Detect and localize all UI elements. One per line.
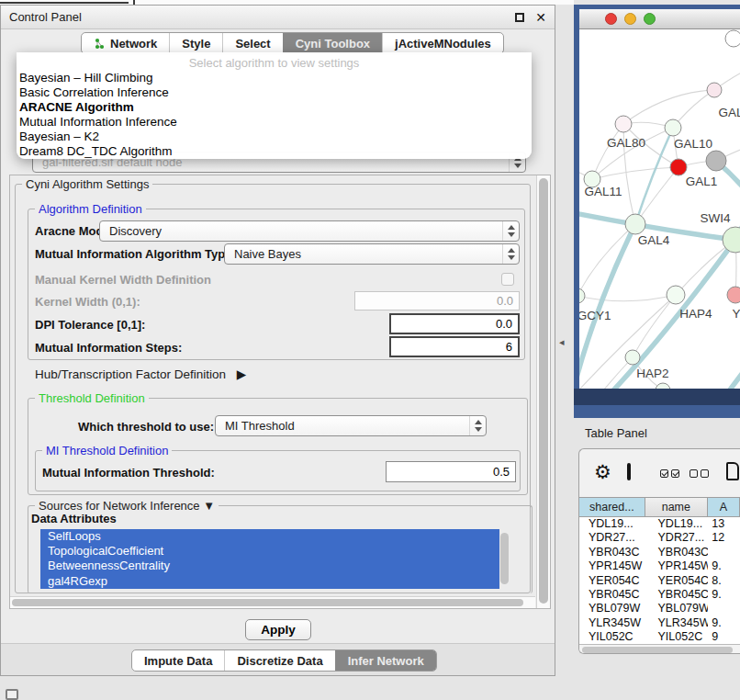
algorithm-popup: Select algorithm to view settings Bayesi… — [17, 52, 532, 159]
mac-zoom-button[interactable] — [644, 13, 656, 25]
tab-style[interactable]: Style — [169, 33, 222, 53]
close-icon[interactable]: ✕ — [535, 10, 546, 25]
divider-collapse-icon[interactable]: ◂ — [559, 336, 565, 348]
mi-steps-input[interactable] — [389, 336, 520, 357]
tab-impute-data[interactable]: Impute Data — [132, 650, 224, 671]
mac-minimize-button[interactable] — [624, 13, 636, 25]
network-edge[interactable] — [579, 295, 676, 301]
mi-type-value: Naive Bayes — [234, 247, 301, 261]
table-cell: YDR27... — [645, 531, 709, 545]
tab-infer-network[interactable]: Infer Network — [335, 650, 436, 671]
column-header-shared[interactable]: shared... — [579, 498, 645, 516]
unchecked-boxes-icon[interactable] — [690, 469, 709, 478]
hub-expander[interactable]: Hub/Transcription Factor Definition ▶ — [35, 367, 246, 381]
tab-network[interactable]: Network — [82, 33, 169, 53]
network-node-gal4[interactable] — [625, 214, 645, 234]
which-threshold-select[interactable]: MI Threshold — [215, 415, 487, 436]
network-edge[interactable] — [592, 124, 623, 179]
expand-arrow-icon: ▶ — [237, 367, 246, 381]
algorithm-option-aracne-algorithm[interactable]: ARACNE Algorithm — [17, 100, 532, 115]
tab-label: Network — [110, 37, 157, 51]
collapse-arrow-icon[interactable]: ▼ — [203, 499, 215, 513]
network-node-red[interactable] — [670, 159, 687, 175]
table-row[interactable]: YDR27...YDR27...12 — [579, 531, 740, 545]
network-node-gray[interactable] — [706, 151, 726, 171]
table-cell: YBR045C — [645, 588, 709, 602]
table-panel-title: Table Panel — [585, 426, 647, 440]
apply-button[interactable]: Apply — [245, 619, 311, 640]
control-panel-titlebar: Control Panel ✕ — [1, 6, 555, 29]
manual-kernel-checkbox[interactable] — [501, 273, 514, 286]
network-node-gal10[interactable] — [665, 119, 681, 136]
table-panel: ⚙ shared...nameA YDL19...YDL19...13YDR27… — [578, 448, 740, 654]
mac-close-button[interactable] — [605, 13, 617, 25]
table-row[interactable]: YBL079WYBL079W — [579, 602, 740, 615]
column-header-name[interactable]: name — [645, 498, 708, 516]
attribute-topologicalcoefficient[interactable]: TopologicalCoefficient — [40, 544, 499, 559]
network-edge[interactable] — [623, 90, 714, 124]
network-node-swi4[interactable] — [723, 227, 740, 253]
network-node-hap2[interactable] — [625, 350, 640, 365]
table-row[interactable]: YBR045CYBR045C9. — [579, 588, 740, 602]
scrollbar-thumb[interactable] — [12, 599, 523, 606]
attribute-selfloops[interactable]: SelfLoops — [40, 529, 499, 544]
attribute-betweennesscentrality[interactable]: BetweennessCentrality — [40, 559, 499, 573]
mi-type-select[interactable]: Naive Bayes — [224, 243, 520, 265]
algorithm-option-basic-correlation-inference[interactable]: Basic Correlation Inference — [17, 85, 532, 100]
network-node-salmon[interactable] — [727, 287, 740, 303]
network-node-hap4[interactable] — [667, 286, 685, 304]
network-canvas[interactable]: GALGAL80GAL10GAL1GAL11SWI4GAL4GCY1HAP4YH… — [579, 29, 740, 389]
table-row[interactable]: YBR043CYBR043C — [579, 546, 740, 559]
table-row[interactable]: YLR345WYLR345W9. — [579, 616, 740, 630]
table-cell: YPR145W — [579, 559, 645, 573]
network-node-pink1[interactable] — [707, 83, 722, 97]
float-icon[interactable] — [515, 13, 524, 22]
network-edge[interactable] — [592, 167, 678, 179]
table-cell: YBL079W — [645, 602, 709, 615]
tab-discretize-data[interactable]: Discretize Data — [224, 650, 334, 671]
column-split-icon[interactable] — [627, 463, 631, 480]
network-edge[interactable] — [703, 333, 740, 389]
table-cell: YLR345W — [645, 616, 709, 630]
table-row[interactable]: YER054CYER054C8. — [579, 574, 740, 588]
network-edge[interactable] — [635, 167, 678, 224]
tab-select[interactable]: Select — [222, 33, 282, 53]
table-row[interactable]: YPR145WYPR145W9. — [579, 559, 740, 573]
algorithm-option-dream8-dc-tdc-algorithm[interactable]: Dream8 DC_TDC Algorithm — [17, 144, 532, 159]
network-node-gcy1[interactable] — [579, 288, 585, 303]
scrollbar-thumb[interactable] — [500, 533, 509, 584]
checked-boxes-icon[interactable] — [660, 469, 679, 478]
panel-title: Control Panel — [9, 10, 82, 24]
tab-cyni-toolbox[interactable]: Cyni Toolbox — [283, 33, 382, 53]
attribute-gal4rgexp[interactable]: gal4RGexp — [40, 574, 499, 589]
tab-jactivemnodules[interactable]: jActiveMNodules — [382, 33, 503, 53]
node-label-hap2: HAP2 — [636, 367, 668, 380]
settings-vertical-scrollbar[interactable] — [536, 175, 550, 608]
table-row[interactable]: YIL052CYIL052C9 — [579, 630, 740, 644]
table-cell: 8. — [708, 574, 740, 588]
table-row[interactable]: YDL19...YDL19...13 — [579, 517, 740, 531]
scrollbar-thumb[interactable] — [582, 647, 733, 653]
collapsed-panel-icon[interactable] — [6, 689, 18, 700]
node-label-gal11: GAL11 — [584, 185, 622, 198]
column-header-a[interactable]: A — [708, 498, 740, 516]
table-cell: YLR345W — [579, 616, 645, 630]
algorithm-option-bayesian-k2[interactable]: Bayesian – K2 — [17, 130, 532, 144]
settings-horizontal-scrollbar[interactable] — [10, 596, 535, 608]
which-threshold-value: MI Threshold — [225, 419, 295, 433]
attributes-scrollbar[interactable] — [499, 531, 510, 592]
kernel-width-label: Kernel Width (0,1): — [35, 295, 140, 309]
algorithm-option-mutual-information-inference[interactable]: Mutual Information Inference — [17, 115, 532, 130]
table-horizontal-scrollbar[interactable] — [579, 644, 740, 654]
kernel-width-input[interactable] — [354, 291, 520, 310]
document-icon[interactable] — [726, 462, 739, 480]
group-title: Threshold Definition — [35, 391, 149, 405]
network-node-gal80[interactable] — [615, 116, 632, 132]
dpi-tolerance-input[interactable] — [389, 313, 520, 334]
scrollbar-thumb[interactable] — [539, 178, 548, 604]
network-node-ntop[interactable] — [725, 30, 740, 47]
mi-threshold-input[interactable] — [386, 461, 516, 482]
gear-icon[interactable]: ⚙ — [594, 462, 611, 482]
aracne-mode-select[interactable]: Discovery — [99, 220, 520, 242]
algorithm-option-bayesian-hill-climbing[interactable]: Bayesian – Hill Climbing — [17, 71, 532, 85]
